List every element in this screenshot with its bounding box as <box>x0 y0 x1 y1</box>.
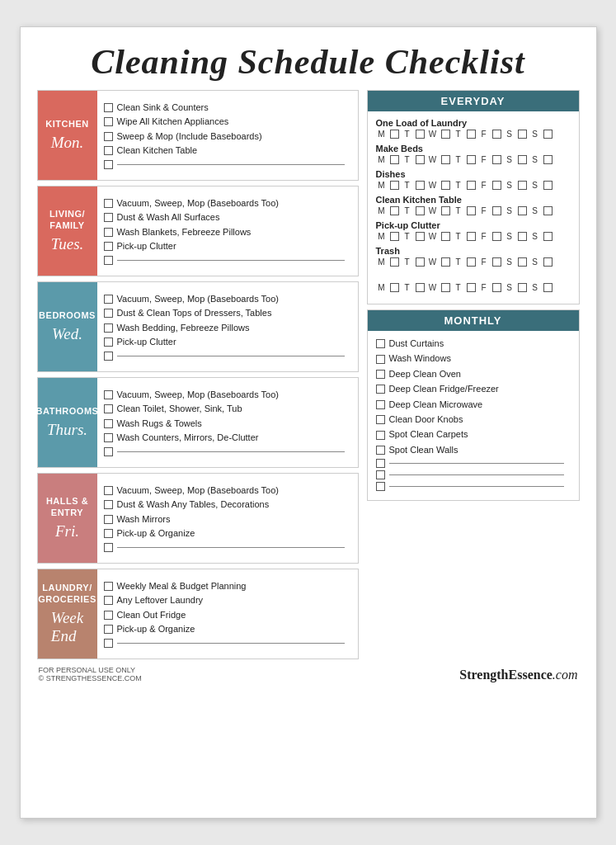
day-check-box[interactable] <box>416 181 425 190</box>
task-item: Pick-up & Organize <box>104 623 351 635</box>
task-checkbox[interactable] <box>104 486 113 495</box>
day-check-box[interactable] <box>467 257 476 267</box>
everyday-item-name: Dishes <box>376 169 571 179</box>
day-check-box[interactable] <box>390 257 399 267</box>
day-check-box[interactable] <box>492 181 501 190</box>
day-check-box[interactable] <box>467 155 476 164</box>
task-checkbox[interactable] <box>104 323 113 333</box>
day-check-box[interactable] <box>390 232 399 241</box>
day-letter: S <box>529 181 541 190</box>
task-checkbox[interactable] <box>104 529 113 538</box>
monthly-checkbox[interactable] <box>376 355 385 364</box>
day-check-box[interactable] <box>518 283 527 292</box>
monthly-checkbox[interactable] <box>376 446 385 455</box>
day-check-box[interactable] <box>467 181 476 190</box>
blank-checkbox[interactable] <box>104 160 113 169</box>
monthly-checkbox[interactable] <box>376 400 385 409</box>
day-check-box[interactable] <box>441 155 450 164</box>
day-check-box[interactable] <box>441 181 450 190</box>
day-check-box[interactable] <box>390 181 399 190</box>
day-check-box[interactable] <box>441 206 450 215</box>
day-check-box[interactable] <box>416 155 425 164</box>
task-checkbox[interactable] <box>104 132 113 141</box>
tasks-bedrooms: Vacuum, Sweep, Mop (Baseboards Too)Dust … <box>97 282 358 371</box>
monthly-checkbox[interactable] <box>376 415 385 424</box>
monthly-task-text: Dust Curtains <box>389 338 444 350</box>
task-checkbox[interactable] <box>104 242 113 251</box>
monthly-checkbox[interactable] <box>376 431 385 440</box>
day-check-box[interactable] <box>543 181 553 190</box>
task-checkbox[interactable] <box>104 117 113 126</box>
blank-checkbox[interactable] <box>104 352 113 361</box>
task-checkbox[interactable] <box>104 199 113 208</box>
task-checkbox[interactable] <box>104 582 113 591</box>
day-check-box[interactable] <box>543 232 553 241</box>
task-checkbox[interactable] <box>104 228 113 237</box>
blank-checkbox[interactable] <box>104 639 113 648</box>
monthly-blank-checkbox[interactable] <box>376 482 385 491</box>
task-checkbox[interactable] <box>104 295 113 304</box>
task-checkbox[interactable] <box>104 515 113 524</box>
task-checkbox[interactable] <box>104 146 113 155</box>
day-check-box[interactable] <box>492 155 501 164</box>
task-checkbox[interactable] <box>104 338 113 347</box>
task-checkbox[interactable] <box>104 390 113 399</box>
day-check-box[interactable] <box>543 257 553 267</box>
task-checkbox[interactable] <box>104 500 113 509</box>
task-checkbox[interactable] <box>104 611 113 620</box>
day-check-box[interactable] <box>441 232 450 241</box>
task-checkbox[interactable] <box>104 625 113 634</box>
day-check-box[interactable] <box>416 283 425 292</box>
blank-checkbox[interactable] <box>104 447 113 456</box>
day-check-box[interactable] <box>492 283 501 292</box>
monthly-blank-checkbox[interactable] <box>376 459 385 468</box>
day-letter: T <box>402 181 413 190</box>
day-check-box[interactable] <box>441 283 450 292</box>
day-check-box[interactable] <box>518 206 527 215</box>
blank-checkbox[interactable] <box>104 543 113 552</box>
day-check-box[interactable] <box>390 206 399 215</box>
task-checkbox[interactable] <box>104 419 113 428</box>
day-script-laundry: WeekEnd <box>51 609 83 645</box>
day-check-box[interactable] <box>518 232 527 241</box>
day-check-box[interactable] <box>492 206 501 215</box>
monthly-checkbox[interactable] <box>376 370 385 379</box>
day-check-box[interactable] <box>467 283 476 292</box>
task-checkbox[interactable] <box>104 103 113 112</box>
task-checkbox[interactable] <box>104 213 113 222</box>
monthly-blank-checkbox[interactable] <box>376 470 385 479</box>
everyday-day-row: MTWTFSS <box>376 257 571 267</box>
day-check-box[interactable] <box>492 232 501 241</box>
day-check-box[interactable] <box>543 130 553 139</box>
task-checkbox[interactable] <box>104 309 113 318</box>
day-check-box[interactable] <box>518 181 527 190</box>
day-check-box[interactable] <box>543 283 553 292</box>
blank-checkbox[interactable] <box>104 256 113 265</box>
day-check-box[interactable] <box>467 232 476 241</box>
day-check-box[interactable] <box>518 257 527 267</box>
task-checkbox[interactable] <box>104 596 113 605</box>
day-check-box[interactable] <box>390 155 399 164</box>
day-check-box[interactable] <box>416 130 425 139</box>
day-check-box[interactable] <box>441 130 450 139</box>
day-check-box[interactable] <box>390 283 399 292</box>
day-check-box[interactable] <box>416 206 425 215</box>
day-check-box[interactable] <box>543 155 553 164</box>
monthly-checkbox[interactable] <box>376 339 385 348</box>
day-check-box[interactable] <box>467 130 476 139</box>
day-check-box[interactable] <box>518 130 527 139</box>
day-check-box[interactable] <box>467 206 476 215</box>
day-check-box[interactable] <box>390 130 399 139</box>
day-check-box[interactable] <box>492 257 501 267</box>
day-check-box[interactable] <box>416 232 425 241</box>
day-check-box[interactable] <box>543 206 553 215</box>
everyday-day-row: MTWTFSS <box>376 206 571 215</box>
day-check-box[interactable] <box>416 257 425 267</box>
task-checkbox[interactable] <box>104 404 113 413</box>
tasks-laundry: Weekly Meal & Budget PlanningAny Leftove… <box>97 569 358 659</box>
monthly-checkbox[interactable] <box>376 385 385 394</box>
day-check-box[interactable] <box>518 155 527 164</box>
task-checkbox[interactable] <box>104 433 113 442</box>
day-check-box[interactable] <box>441 257 450 267</box>
day-check-box[interactable] <box>492 130 501 139</box>
